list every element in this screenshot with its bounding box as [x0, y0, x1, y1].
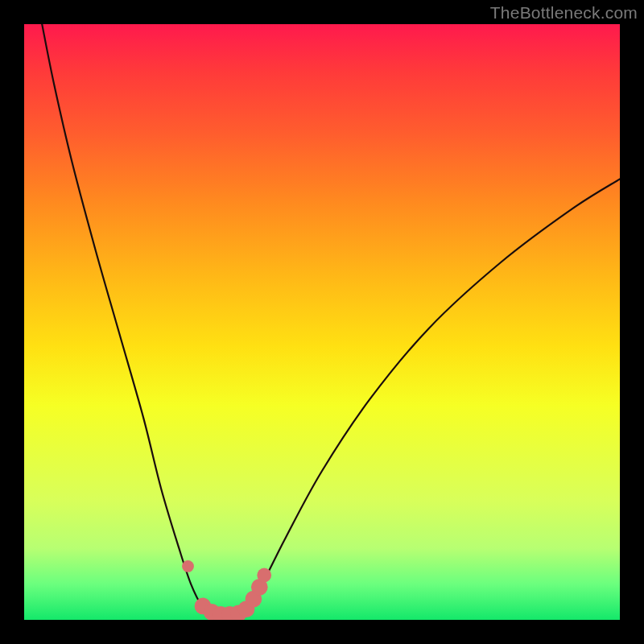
bottleneck-curve-path — [42, 24, 620, 618]
bottleneck-curve-svg — [24, 24, 620, 620]
curve-markers — [182, 560, 271, 620]
curve-marker — [257, 568, 271, 583]
chart-frame: TheBottleneck.com — [0, 0, 644, 644]
curve-marker — [182, 560, 194, 572]
plot-area — [24, 24, 620, 620]
watermark-text: TheBottleneck.com — [490, 3, 638, 23]
